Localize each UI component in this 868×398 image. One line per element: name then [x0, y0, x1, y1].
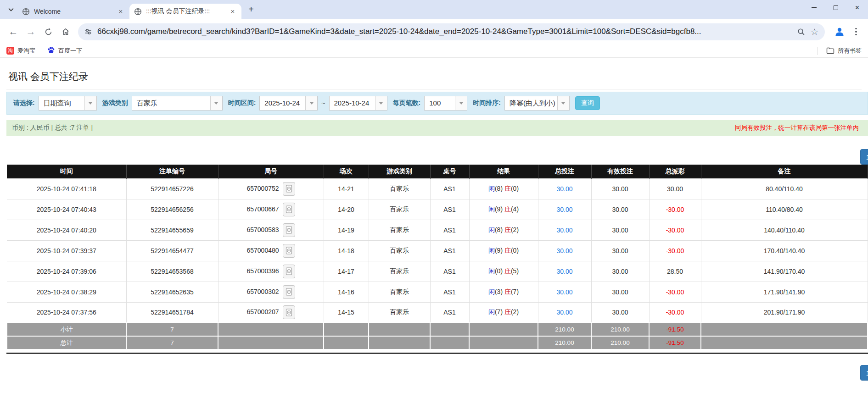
search-button[interactable]: 查询 [575, 96, 600, 110]
url-bar[interactable]: 66cxkj98.com/game/betrecord_search/kind3… [78, 23, 825, 40]
chevron-down-icon[interactable] [84, 96, 96, 110]
video-record-icon[interactable] [283, 285, 295, 299]
browser-menu-button[interactable] [851, 28, 861, 36]
back-button[interactable]: ← [6, 24, 21, 39]
date-end-select[interactable]: 2025-10-24 [329, 96, 387, 111]
video-record-icon[interactable] [283, 203, 295, 216]
cell-bet-number: 522914653568 [126, 261, 218, 282]
cell-round-number: 657000207 [218, 302, 324, 323]
maximize-button[interactable] [825, 0, 846, 16]
tab-welcome[interactable]: Welcome × [17, 4, 129, 19]
cell-round-number: 657000480 [218, 240, 324, 261]
page-1-button[interactable]: 1 [860, 149, 868, 165]
summary-empty-cell [369, 323, 430, 336]
cell-total-bet: 30.00 [538, 261, 591, 282]
round-number: 657000667 [246, 205, 279, 212]
query-type-select[interactable]: 日期查询 [39, 96, 97, 111]
sort-label: 时间排序: [473, 99, 501, 107]
result-banker-score: (7) [511, 288, 519, 295]
cell-valid-bet: 30.00 [591, 261, 649, 282]
subtotal-row: 小计7210.00210.00-91.50 [7, 323, 868, 336]
video-record-icon[interactable] [283, 182, 295, 196]
browser-chrome: Welcome × :::视讯 会员下注纪录::: × + × ← → [0, 0, 868, 58]
cell-game-type: 百家乐 [369, 199, 430, 220]
summary-empty-cell [469, 323, 538, 336]
minimize-button[interactable] [803, 0, 825, 16]
cell-total-bet: 30.00 [538, 282, 591, 302]
cell-bet-number: 522914652635 [126, 282, 218, 302]
person-icon [834, 26, 845, 37]
globe-icon [134, 8, 142, 16]
cell-session: 14-19 [324, 220, 369, 240]
date-start-select[interactable]: 2025-10-24 [259, 96, 318, 111]
tab-close-icon[interactable]: × [229, 7, 237, 16]
tab-close-icon[interactable]: × [117, 7, 125, 16]
result-player: 闲 [488, 185, 495, 192]
total-bet-link[interactable]: 30.00 [556, 227, 572, 234]
reload-button[interactable] [40, 24, 56, 39]
close-button[interactable]: × [846, 0, 868, 16]
zoom-icon[interactable] [797, 28, 805, 36]
result-player: 闲 [488, 288, 495, 295]
sort-select[interactable]: 降幂(由大到小) [504, 96, 570, 111]
cell-table-number: AS1 [430, 282, 469, 302]
chevron-down-icon[interactable] [210, 96, 222, 110]
cell-time: 2025-10-24 07:39:37 [7, 240, 126, 261]
bet-record-table: 时间注单编号局号场次游戏类别桌号结果总投注有效投注总派彩备注 2025-10-2… [6, 165, 868, 350]
url-text[interactable]: 66cxkj98.com/game/betrecord_search/kind3… [97, 27, 792, 36]
total-bet-link[interactable]: 30.00 [556, 268, 572, 275]
table-header-row: 时间注单编号局号场次游戏类别桌号结果总投注有效投注总派彩备注 [7, 165, 868, 178]
column-header: 注单编号 [126, 165, 218, 178]
divider [6, 89, 862, 89]
game-type-select[interactable]: 百家乐 [132, 96, 223, 111]
site-settings-icon[interactable] [84, 28, 92, 35]
per-page-select[interactable]: 100 [424, 96, 467, 111]
tab-bet-record[interactable]: :::视讯 会员下注纪录::: × [129, 4, 241, 19]
bookmark-aitaobao[interactable]: 淘 爱淘宝 [6, 47, 35, 55]
forward-button[interactable]: → [23, 24, 39, 39]
chevron-down-icon[interactable] [557, 96, 569, 110]
video-record-icon[interactable] [283, 265, 295, 278]
chevron-down-icon[interactable] [455, 96, 467, 110]
profile-avatar[interactable] [833, 25, 846, 38]
result-player-score: (8) [495, 185, 504, 192]
total-bet-link[interactable]: 30.00 [556, 247, 572, 254]
tab-search-button[interactable] [5, 3, 17, 16]
bookmark-baidu[interactable]: 百度一下 [47, 46, 82, 55]
all-bookmarks-button[interactable]: 所有书签 [826, 47, 862, 55]
cell-valid-bet: 30.00 [591, 240, 649, 261]
total-bet-link[interactable]: 30.00 [556, 185, 572, 193]
home-button[interactable] [58, 24, 73, 39]
pagination-top: 1 [6, 149, 868, 165]
bookmarks-right: 所有书签 [818, 47, 862, 55]
cell-session: 14-15 [324, 302, 369, 323]
page-1-button[interactable]: 1 [860, 365, 868, 381]
cell-bet-number: 522914654477 [126, 240, 218, 261]
new-tab-button[interactable]: + [245, 4, 257, 16]
video-record-icon[interactable] [283, 223, 295, 237]
result-player: 闲 [488, 308, 495, 315]
video-record-icon[interactable] [283, 305, 295, 319]
cell-game-type: 百家乐 [369, 178, 430, 199]
summary-empty-cell [218, 336, 324, 349]
chevron-down-icon[interactable] [305, 96, 317, 110]
video-record-icon[interactable] [283, 244, 295, 258]
cell-round-number: 657000667 [218, 199, 324, 220]
total-bet-link[interactable]: 30.00 [556, 206, 572, 213]
cell-session: 14-20 [324, 199, 369, 220]
total-bet-link[interactable]: 30.00 [556, 288, 572, 296]
home-icon [62, 28, 70, 36]
result-player-score: (9) [495, 205, 504, 213]
bookmark-star-icon[interactable]: ☆ [811, 27, 818, 37]
cell-valid-bet: 30.00 [591, 199, 649, 220]
round-number: 657000302 [246, 287, 279, 295]
per-page-label: 每页笔数: [393, 99, 421, 107]
page-content: 视讯 会员下注纪录 请选择: 日期查询 游戏类别 百家乐 时间区间: 2025-… [0, 58, 868, 381]
filter-select-label: 请选择: [13, 99, 35, 107]
cell-round-number: 657000583 [218, 220, 324, 240]
date-range-separator: ~ [321, 100, 325, 107]
cell-payout: -30.00 [649, 220, 701, 240]
summary-empty-cell [324, 336, 369, 349]
chevron-down-icon[interactable] [375, 96, 387, 110]
total-bet-link[interactable]: 30.00 [556, 309, 572, 316]
